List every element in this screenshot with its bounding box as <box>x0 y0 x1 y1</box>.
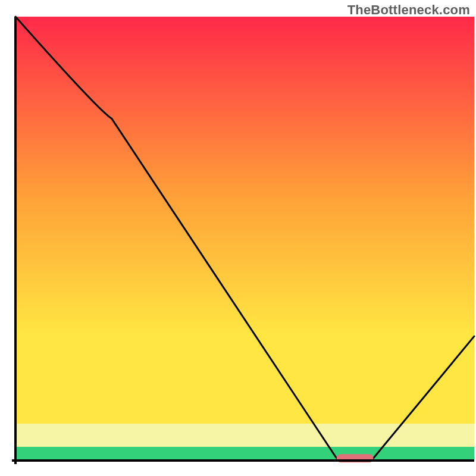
chart-container: TheBottleneck.com <box>0 0 476 476</box>
green-band <box>15 447 474 461</box>
gradient-background <box>15 17 474 424</box>
plot-area <box>15 17 474 462</box>
pale-band <box>15 424 474 447</box>
bottleneck-curve-chart <box>0 0 476 476</box>
